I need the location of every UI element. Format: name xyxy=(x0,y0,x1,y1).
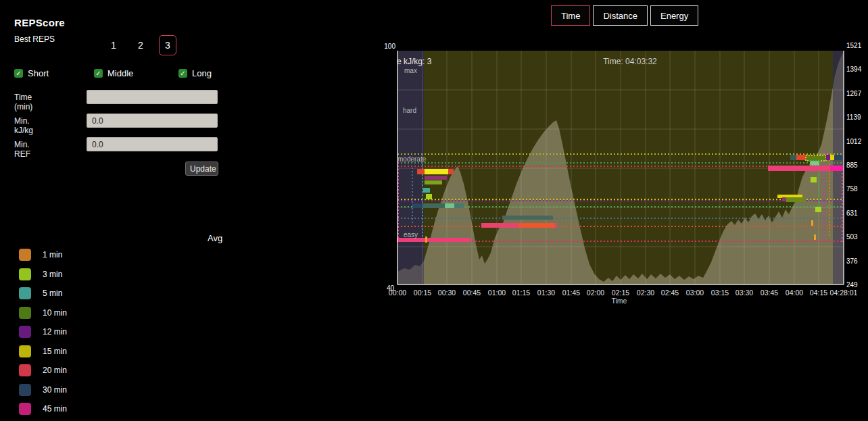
effort-bar[interactable] xyxy=(425,237,427,243)
effort-bar[interactable] xyxy=(814,234,816,240)
x-axis-tick-label: 03:45 xyxy=(761,289,778,297)
x-axis-tick-label: 00:45 xyxy=(463,289,481,297)
effort-bar[interactable] xyxy=(834,155,842,160)
y2-axis-tick-label: 631 xyxy=(846,209,858,217)
y2-axis-tick-label: 758 xyxy=(846,185,858,193)
x-axis-tick-label: 02:45 xyxy=(661,289,679,297)
y2-axis-tick-label: 376 xyxy=(846,257,858,265)
x-axis-tick-label: 01:45 xyxy=(562,289,580,297)
effort-bar[interactable] xyxy=(425,176,447,180)
x-axis-title: Time xyxy=(612,297,627,305)
effort-bar[interactable] xyxy=(768,166,830,171)
x-axis-tick-label: 01:15 xyxy=(512,289,530,297)
effort-bar[interactable] xyxy=(830,166,843,171)
effort-bar[interactable] xyxy=(445,203,454,208)
effort-bar[interactable] xyxy=(423,188,430,193)
y2-axis-tick-label: 249 xyxy=(846,281,858,289)
y2-axis-tick-label: 1012 xyxy=(846,138,862,145)
effort-bar[interactable] xyxy=(554,223,556,228)
x-axis-tick-label: 00:00 xyxy=(389,289,406,297)
effort-bar[interactable] xyxy=(448,169,454,174)
effort-bar[interactable] xyxy=(826,155,830,160)
x-axis-tick-label: 04:15 xyxy=(810,289,827,297)
y2-axis-tick-label: 1267 xyxy=(846,90,862,97)
masked-band-overlay xyxy=(397,51,424,284)
effort-bar[interactable] xyxy=(412,203,423,208)
effort-bar[interactable] xyxy=(811,220,813,226)
chart-canvas[interactable]: maxhardmoderateeasye kJ/kg: 3Time: 04:03… xyxy=(0,0,868,421)
y2-axis-tick-label: 1521 xyxy=(846,42,862,49)
effort-bar[interactable] xyxy=(810,161,819,166)
x-axis-tick-label: 00:30 xyxy=(438,289,456,297)
effort-bar[interactable] xyxy=(502,216,553,220)
effort-bar[interactable] xyxy=(830,155,834,160)
y2-axis-tick-label: 885 xyxy=(846,162,858,169)
x-axis-tick-label: 01:00 xyxy=(488,289,506,297)
effort-bar[interactable] xyxy=(425,169,449,174)
effort-bar[interactable] xyxy=(806,155,826,161)
x-axis-tick-label: 02:30 xyxy=(637,289,654,297)
y2-axis-tick-label: 503 xyxy=(846,233,858,241)
zone-label-moderate: moderate xyxy=(397,155,427,163)
effort-bar[interactable] xyxy=(786,197,804,202)
zone-label-hard: hard xyxy=(403,107,416,114)
effort-bar[interactable] xyxy=(811,177,817,182)
time-overlay-label: Time: 04:03:32 xyxy=(603,57,657,66)
effort-bar[interactable] xyxy=(426,194,432,199)
y-axis-top-label: 100 xyxy=(384,43,395,50)
zone-label-easy: easy xyxy=(404,231,418,239)
effort-bar[interactable] xyxy=(481,223,519,228)
x-axis-tick-label: 02:00 xyxy=(587,289,604,297)
effort-bar[interactable] xyxy=(417,169,425,174)
effort-bar[interactable] xyxy=(815,207,821,212)
y2-axis-tick-label: 1394 xyxy=(846,66,862,73)
x-axis-tick-label: 03:00 xyxy=(686,289,704,297)
x-axis-tick-label: 04:28:01 xyxy=(830,289,858,297)
kjkg-overlay-label: e kJ/kg: 3 xyxy=(397,57,432,66)
x-axis-tick-label: 04:00 xyxy=(786,289,803,297)
x-axis-tick-label: 03:15 xyxy=(711,289,729,297)
x-axis-tick-label: 00:15 xyxy=(414,289,431,297)
x-axis-tick-label: 03:30 xyxy=(736,289,753,297)
x-axis-tick-label: 01:30 xyxy=(537,289,555,297)
effort-bar[interactable] xyxy=(519,223,554,228)
zone-label-max: max xyxy=(404,67,417,74)
effort-bar[interactable] xyxy=(425,180,442,184)
effort-bar[interactable] xyxy=(454,203,464,208)
effort-bar[interactable] xyxy=(790,155,796,160)
y2-axis-tick-label: 1139 xyxy=(846,114,861,121)
x-axis-tick-label: 02:15 xyxy=(612,289,629,297)
effort-bar[interactable] xyxy=(423,203,445,208)
